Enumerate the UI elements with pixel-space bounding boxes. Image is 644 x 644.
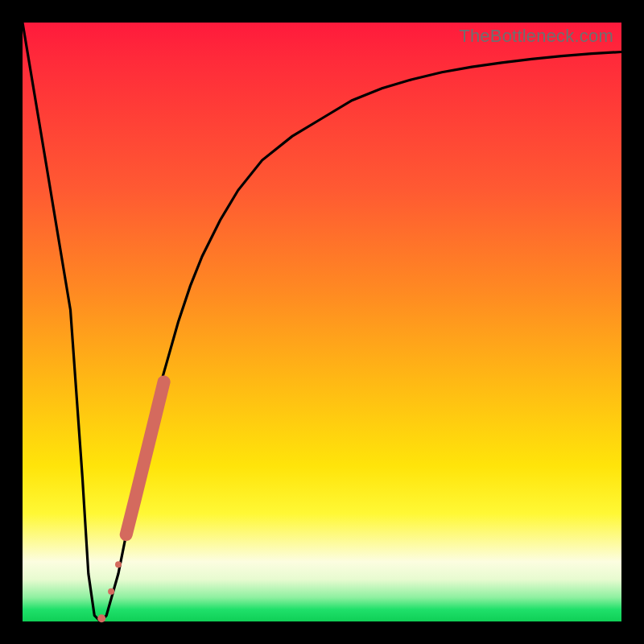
highlight-stroke	[126, 382, 164, 535]
highlight-dots-group	[97, 382, 163, 622]
chart-frame: TheBottleneck.com	[0, 0, 644, 644]
highlight-dot	[122, 530, 130, 539]
bottleneck-curve-path	[23, 23, 621, 621]
highlight-dot	[97, 614, 105, 622]
curve-layer	[23, 23, 621, 621]
highlight-dot	[115, 561, 122, 568]
plot-area: TheBottleneck.com	[23, 23, 621, 621]
highlight-dot	[108, 588, 114, 595]
